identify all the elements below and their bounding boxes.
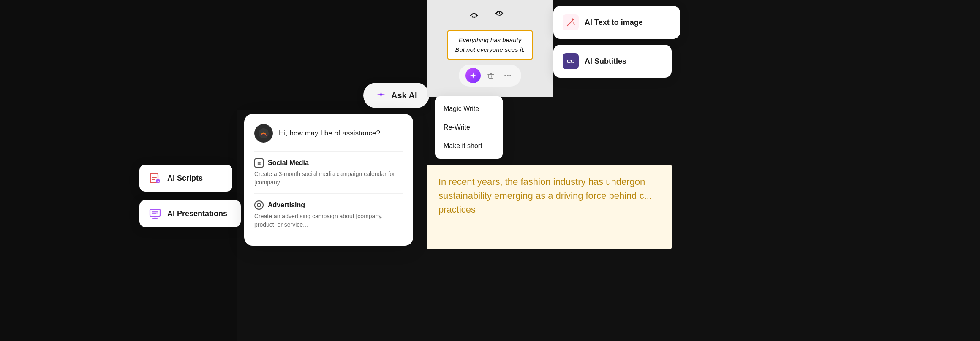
chat-header: Hi, how may I be of assistance?: [254, 124, 403, 143]
advertising-desc: Create an advertising campaign about [co…: [254, 212, 403, 229]
chat-avatar: [254, 124, 273, 143]
presentations-icon: [148, 206, 162, 221]
chat-item-advertising-header: Advertising: [254, 200, 403, 210]
eye-left-icon: [469, 8, 486, 23]
svg-line-32: [573, 22, 574, 23]
chat-item-social-media-header: ▦ Social Media: [254, 158, 403, 168]
chat-panel: Hi, how may I be of assistance? ▦ Social…: [244, 114, 413, 246]
context-menu-make-short[interactable]: Make it short: [435, 137, 503, 155]
ai-scripts-label: AI Scripts: [167, 174, 203, 183]
canvas-text-line2: But not everyone sees it.: [455, 46, 525, 53]
svg-point-28: [507, 75, 509, 76]
wand-icon: [563, 14, 579, 30]
svg-line-33: [572, 18, 572, 19]
ai-text-to-image-card[interactable]: AI Text to image: [553, 6, 680, 39]
bottom-text-content: In recent years, the fashion industry ha…: [438, 175, 660, 217]
ai-presentations-label: AI Presentations: [167, 209, 227, 218]
svg-text:✦: ✦: [157, 180, 160, 184]
canvas-area: Everything has beauty But not everyone s…: [427, 0, 553, 97]
ask-ai-bubble[interactable]: Ask AI: [363, 83, 429, 108]
bottom-text-line3: practices: [438, 204, 476, 215]
bottom-text-line1: In recent years, the fashion industry ha…: [438, 176, 645, 187]
svg-point-27: [504, 75, 506, 76]
svg-line-34: [574, 24, 575, 25]
advertising-title: Advertising: [268, 201, 305, 209]
svg-rect-9: [152, 211, 158, 214]
canvas-toolbar: [459, 65, 521, 87]
social-media-desc: Create a 3-month social media campaign c…: [254, 170, 403, 187]
cc-text: CC: [567, 58, 574, 65]
canvas-text-box[interactable]: Everything has beauty But not everyone s…: [447, 30, 532, 60]
ai-text-to-image-label: AI Text to image: [585, 18, 643, 27]
ai-subtitles-card[interactable]: CC AI Subtitles: [553, 45, 672, 78]
chat-item-advertising[interactable]: Advertising Create an advertising campai…: [254, 193, 403, 235]
ask-ai-sparkle-icon: [375, 89, 387, 102]
svg-line-16: [476, 14, 477, 16]
target-icon: [254, 200, 264, 210]
eye-right-icon: [494, 8, 511, 23]
context-menu-magic-write[interactable]: Magic Write: [435, 100, 503, 118]
bottom-text-line2: sustainability emerging as a driving for…: [438, 190, 652, 201]
ai-sparkle-button[interactable]: [466, 68, 481, 83]
svg-point-31: [572, 19, 573, 20]
ai-scripts-card[interactable]: ✦ AI Scripts: [139, 165, 232, 192]
svg-line-30: [567, 21, 572, 26]
ai-presentations-card[interactable]: AI Presentations: [139, 200, 241, 227]
chat-item-social-media[interactable]: ▦ Social Media Create a 3-month social m…: [254, 151, 403, 193]
delete-button[interactable]: [484, 69, 498, 82]
ask-ai-label: Ask AI: [391, 91, 417, 100]
social-media-title: Social Media: [268, 159, 309, 167]
svg-rect-22: [489, 74, 493, 78]
svg-point-21: [472, 75, 474, 76]
svg-point-29: [509, 75, 511, 76]
svg-point-13: [380, 94, 382, 96]
more-options-button[interactable]: [501, 69, 514, 82]
svg-line-19: [501, 12, 503, 14]
ai-subtitles-label: AI Subtitles: [585, 57, 626, 66]
context-menu: Magic Write Re-Write Make it short: [435, 96, 503, 159]
canvas-text-line1: Everything has beauty: [459, 36, 521, 43]
bottom-text-area: In recent years, the fashion industry ha…: [427, 165, 672, 249]
calendar-icon: ▦: [254, 158, 264, 168]
context-menu-rewrite[interactable]: Re-Write: [435, 118, 503, 137]
eye-icon-row: [469, 8, 511, 23]
cc-icon: CC: [563, 53, 579, 69]
scripts-icon: ✦: [148, 171, 162, 185]
chat-greeting: Hi, how may I be of assistance?: [279, 129, 380, 138]
